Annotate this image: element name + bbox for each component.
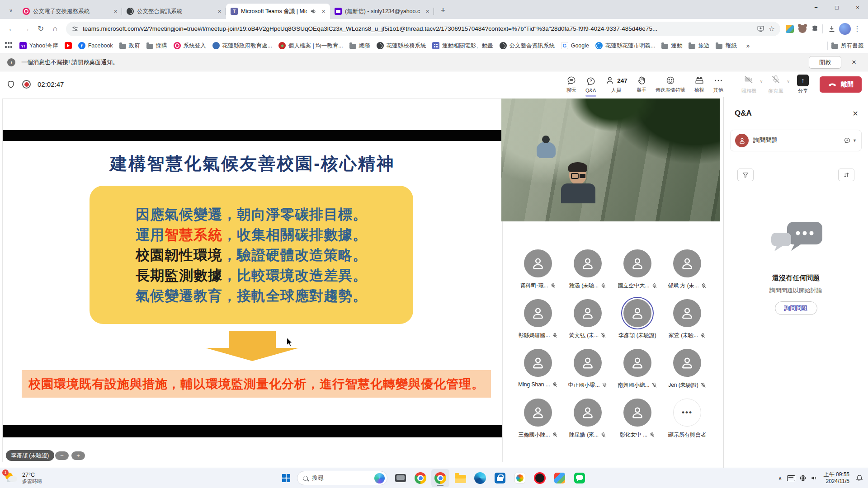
- enable-notifications-button[interactable]: 開啟: [809, 56, 841, 69]
- filter-button[interactable]: [737, 169, 754, 181]
- bookmark-item[interactable]: 系統登入: [170, 40, 209, 52]
- forward-button[interactable]: →: [19, 22, 33, 36]
- share-button[interactable]: ↑ 分享: [793, 73, 812, 96]
- notification-bell-icon[interactable]: [854, 474, 865, 482]
- shared-slide[interactable]: 建構智慧化氣候友善校園-核心精神 因應氣候變遷，朝向淨零碳排目標。運用智慧系統，…: [2, 99, 503, 462]
- participant-avatar[interactable]: [623, 249, 651, 277]
- photos-app-icon[interactable]: [511, 469, 529, 487]
- participant-tile[interactable]: 國立空中大...: [613, 239, 662, 288]
- tab-close-icon[interactable]: ×: [424, 8, 431, 15]
- bookmark-item[interactable]: 花蓮縣校務系統: [373, 40, 429, 52]
- show-all-icon[interactable]: •••: [673, 399, 701, 427]
- bookmark-item[interactable]: [61, 40, 75, 51]
- edge-app-icon[interactable]: [471, 469, 489, 487]
- extensions-puzzle-icon[interactable]: [811, 25, 819, 33]
- meeting-button-q-a[interactable]: ?Q&A: [581, 74, 600, 95]
- chevron-down-icon[interactable]: ∨: [787, 79, 790, 84]
- apps-grid-icon[interactable]: [5, 42, 13, 50]
- meeting-button--[interactable]: 其他: [709, 73, 728, 96]
- participant-avatar[interactable]: [623, 299, 651, 327]
- omnibox[interactable]: teams.microsoft.com/v2/?meetingjoin=true…: [66, 22, 780, 36]
- maximize-button[interactable]: □: [826, 0, 847, 14]
- participant-avatar[interactable]: [524, 249, 552, 277]
- bookmark-star-icon[interactable]: ☆: [769, 24, 775, 33]
- bookmark-item[interactable]: 旅遊: [685, 40, 712, 52]
- send-to-device-icon[interactable]: [757, 25, 764, 33]
- hidden-icons-chevron[interactable]: ∧: [778, 475, 783, 481]
- browser-tab[interactable]: 公文整合資訊系統×: [122, 4, 226, 19]
- participant-tile[interactable]: 中正國小梁...: [563, 338, 613, 388]
- meeting-button--[interactable]: 247人員: [600, 73, 632, 96]
- participant-tile[interactable]: 資科司-環...: [513, 239, 563, 288]
- bookmark-item[interactable]: 報紙: [712, 40, 740, 52]
- bookmark-item[interactable]: GGoogle: [558, 40, 592, 51]
- participant-avatar[interactable]: [673, 349, 701, 377]
- device-button[interactable]: 照相機: [740, 72, 758, 96]
- participant-tile[interactable]: 三條國小陳...: [513, 388, 563, 437]
- bear-extension-icon[interactable]: [798, 25, 807, 33]
- participant-avatar[interactable]: [623, 399, 651, 427]
- extension-icon[interactable]: [786, 25, 794, 33]
- reload-button[interactable]: ↻: [33, 22, 48, 36]
- participant-tile[interactable]: 雅涵 (未驗...: [563, 239, 613, 288]
- bookmark-item[interactable]: 採購: [143, 40, 170, 52]
- participant-avatar[interactable]: [524, 349, 552, 377]
- participant-avatar[interactable]: [524, 299, 552, 327]
- downloads-icon[interactable]: [825, 22, 839, 36]
- store-app-icon[interactable]: [491, 469, 509, 487]
- participant-avatar[interactable]: [574, 249, 602, 277]
- meeting-button--[interactable]: 舉手: [632, 73, 651, 96]
- paint-app-icon[interactable]: [551, 469, 569, 487]
- participant-tile[interactable]: 黃文弘 (未...: [563, 288, 613, 338]
- home-button[interactable]: ⌂: [48, 22, 62, 36]
- start-button[interactable]: [279, 471, 293, 485]
- tab-close-icon[interactable]: ×: [216, 8, 223, 15]
- opera-app-icon[interactable]: [531, 469, 549, 487]
- qa-close-icon[interactable]: ✕: [849, 107, 862, 120]
- bookmark-item[interactable]: 運動相關電影、動畫: [429, 40, 496, 52]
- meeting-button--[interactable]: 傳送表情符號: [651, 73, 690, 96]
- chrome-app-icon[interactable]: [431, 469, 449, 487]
- chrome-app-icon[interactable]: [411, 469, 429, 487]
- participant-tile[interactable]: 南興國小總...: [613, 338, 662, 388]
- participant-tile[interactable]: 郁斌 方 (未...: [662, 239, 712, 288]
- volume-icon[interactable]: [811, 474, 818, 482]
- ask-question-button[interactable]: 詢問問題: [775, 301, 817, 315]
- tab-search-button[interactable]: ∨: [5, 4, 17, 17]
- minimize-button[interactable]: −: [806, 0, 826, 14]
- participant-tile[interactable]: •••顯示所有與會者: [662, 388, 712, 437]
- back-button[interactable]: ←: [5, 22, 19, 36]
- participant-tile[interactable]: 家萱 (未驗...: [662, 288, 712, 338]
- profile-avatar[interactable]: [839, 23, 851, 35]
- browser-tab[interactable]: (無新信) - sinly1234@yahoo.c...×: [330, 4, 434, 19]
- participant-avatar[interactable]: [574, 299, 602, 327]
- presenter-video-feed[interactable]: [501, 99, 720, 221]
- taskbar-clock[interactable]: 上午 09:55 2024/11/5: [822, 471, 849, 485]
- url-text[interactable]: teams.microsoft.com/v2/?meetingjoin=true…: [83, 25, 753, 32]
- participant-tile[interactable]: Jen (未驗證): [662, 338, 712, 388]
- browser-tab[interactable]: TMicrosoft Teams 會議 | Mic×: [226, 4, 330, 19]
- tab-close-icon[interactable]: ×: [112, 8, 119, 15]
- participant-tile[interactable]: Ming Shan ...: [513, 338, 563, 388]
- bookmark-item[interactable]: 政府: [116, 40, 143, 52]
- bookmark-item[interactable]: 公文整合資訊系統: [496, 40, 558, 52]
- leave-button[interactable]: 離開: [820, 76, 862, 93]
- participant-tile[interactable]: 彰縣媽厝國...: [513, 288, 563, 338]
- tab-audio-icon[interactable]: [310, 8, 316, 14]
- participant-avatar[interactable]: [623, 349, 651, 377]
- qa-compose-row[interactable]: 詢問問題 ▼: [730, 130, 862, 151]
- meeting-button--[interactable]: 聊天: [562, 73, 581, 96]
- participant-tile[interactable]: 彰化女中 ...: [613, 388, 662, 437]
- bookmark-item[interactable]: Y!Yahoo!奇摩: [16, 40, 61, 52]
- bookmarks-overflow-chevron[interactable]: »: [743, 41, 752, 50]
- network-icon[interactable]: [799, 474, 807, 482]
- sort-button[interactable]: [838, 169, 854, 181]
- participant-avatar[interactable]: [524, 399, 552, 427]
- participant-avatar[interactable]: [574, 399, 602, 427]
- folder-app-icon[interactable]: [451, 469, 469, 487]
- bookmark-item[interactable]: 花蓮縣政府教育處...: [209, 40, 275, 52]
- close-window-button[interactable]: ×: [847, 0, 868, 14]
- all-bookmarks[interactable]: 所有書籤: [824, 42, 863, 50]
- browser-menu-icon[interactable]: ⋮: [851, 24, 863, 33]
- line-app-icon[interactable]: [571, 469, 589, 487]
